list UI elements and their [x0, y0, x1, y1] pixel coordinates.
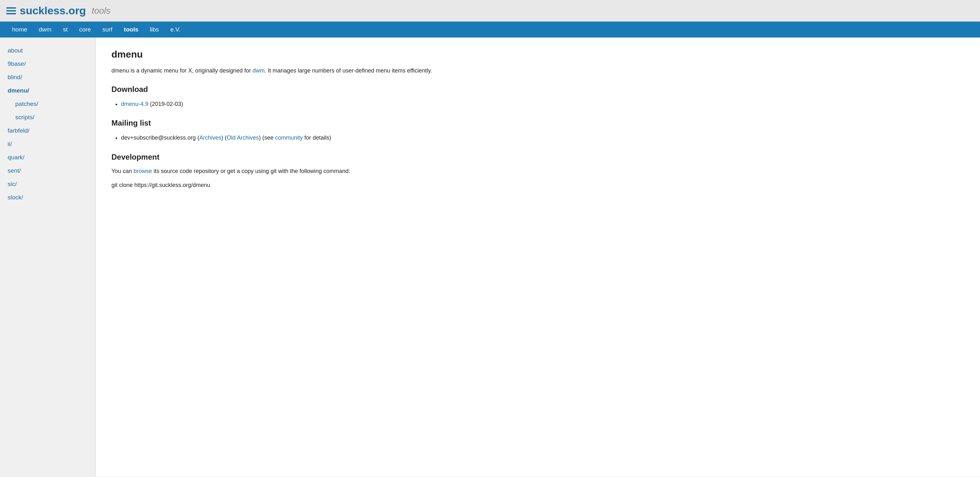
- sidebar-item-farbfeld[interactable]: farbfeld/: [0, 124, 95, 137]
- mailing-after: ) (see: [259, 135, 275, 141]
- sidebar-item-dmenu[interactable]: dmenu/: [0, 84, 95, 97]
- sidebar-item-patches[interactable]: patches/: [0, 97, 95, 111]
- mailing-community-after: for details): [303, 135, 331, 141]
- sidebar-item-about[interactable]: about: [0, 44, 95, 57]
- nav-item-core[interactable]: core: [73, 22, 97, 38]
- mailing-mid: ) (: [221, 135, 227, 141]
- site-title: suckless.org: [20, 5, 86, 17]
- sidebar: about9base/blind/dmenu/patches/scripts/f…: [0, 38, 95, 476]
- mailing-email: dev+subscribe@suckless.org (: [121, 135, 199, 141]
- community-link[interactable]: community: [275, 135, 303, 141]
- download-item: dmenu-4.9 (2019-02-03): [121, 99, 964, 109]
- sidebar-item-sic[interactable]: sic/: [0, 177, 95, 191]
- development-paragraph: You can browse its source code repositor…: [111, 166, 964, 176]
- old-archives-link[interactable]: Old Archives: [227, 135, 259, 141]
- nav-item-home[interactable]: home: [6, 22, 33, 38]
- dwm-link[interactable]: dwm: [253, 67, 264, 74]
- nav-item-libs[interactable]: libs: [144, 22, 165, 38]
- hamburger-icon[interactable]: [6, 7, 16, 14]
- nav-item-surf[interactable]: surf: [97, 22, 118, 38]
- content-title: dmenu: [111, 49, 964, 60]
- sidebar-item-blind[interactable]: blind/: [0, 71, 95, 84]
- dmenu-download-link[interactable]: dmenu-4.9: [121, 101, 148, 107]
- git-command: git clone https://git.suckless.org/dmenu: [111, 181, 964, 190]
- archives-link[interactable]: Archives: [199, 135, 221, 141]
- nav-item-dwm[interactable]: dwm: [33, 22, 57, 38]
- download-date: (2019-02-03): [148, 101, 183, 107]
- sidebar-item-sent[interactable]: sent/: [0, 164, 95, 177]
- main-layout: about9base/blind/dmenu/patches/scripts/f…: [0, 38, 980, 476]
- content: dmenu dmenu is a dynamic menu for X, ori…: [95, 38, 980, 476]
- header-logo: suckless.org: [6, 5, 86, 17]
- browse-link[interactable]: browse: [134, 168, 152, 174]
- sidebar-item-scripts[interactable]: scripts/: [0, 111, 95, 124]
- sidebar-item-9base[interactable]: 9base/: [0, 57, 95, 71]
- sidebar-item-ii[interactable]: ii/: [0, 137, 95, 151]
- mailing-list: dev+subscribe@suckless.org (Archives) (O…: [121, 133, 964, 143]
- intro-paragraph: dmenu is a dynamic menu for X, originall…: [111, 66, 964, 75]
- download-list: dmenu-4.9 (2019-02-03): [121, 99, 964, 109]
- dev-text-after: its source code repository or get a copy…: [152, 168, 350, 174]
- dev-text-before: You can: [111, 168, 134, 174]
- intro-text-after: . It manages large numbers of user-defin…: [264, 67, 432, 74]
- sidebar-item-slock[interactable]: slock/: [0, 191, 95, 204]
- nav-item-st[interactable]: st: [57, 22, 73, 38]
- nav-item-tools[interactable]: tools: [118, 22, 144, 38]
- sidebar-item-quark[interactable]: quark/: [0, 151, 95, 164]
- download-heading: Download: [111, 85, 964, 94]
- intro-text-before: dmenu is a dynamic menu for X, originall…: [111, 67, 253, 74]
- navbar: homedwmstcoresurftoolslibse.V.: [0, 22, 980, 38]
- header: suckless.org tools: [0, 0, 980, 22]
- page-subtitle: tools: [92, 6, 110, 16]
- development-heading: Development: [111, 153, 964, 162]
- nav-item-eV.[interactable]: e.V.: [165, 22, 186, 38]
- mailing-heading: Mailing list: [111, 119, 964, 128]
- mailing-item: dev+subscribe@suckless.org (Archives) (O…: [121, 133, 964, 143]
